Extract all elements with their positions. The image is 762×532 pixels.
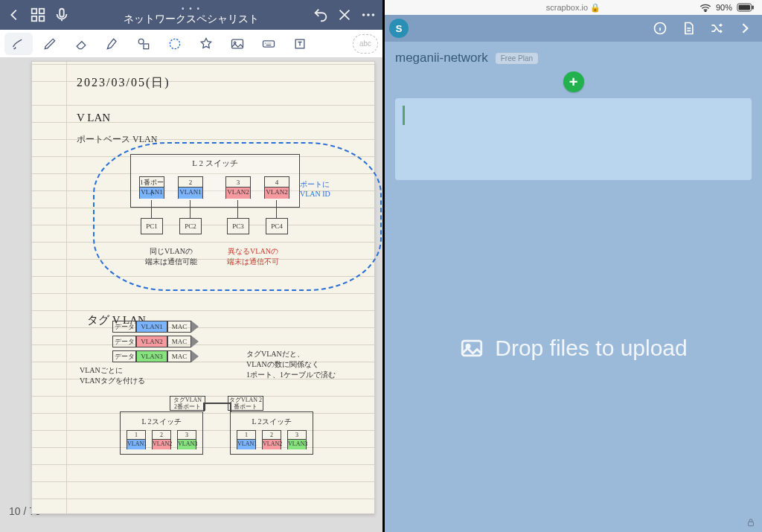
notes-titlebar: • • • ネットワークスペシャリスト [0, 0, 382, 30]
keyboard-tool[interactable] [254, 33, 283, 55]
add-row: + [385, 68, 762, 98]
drop-zone-label: Drop files to upload [495, 336, 688, 361]
pencil-tool[interactable] [36, 33, 64, 55]
switch-left-head: タグVLAN 2番ポート [170, 396, 205, 411]
wifi-icon [699, 3, 711, 12]
switch-right: タグVLAN 2番ポート L 2スイッチ 1VLAN1 2VLAN2 3VLAN… [230, 411, 313, 455]
port-2: 2VLAN1 [178, 176, 203, 199]
title-wrap: • • • ネットワークスペシャリスト [77, 4, 305, 26]
switch-left: タグVLAN 2番ポート L 2スイッチ 1VLAN1 2VLAN2 3VLAN… [120, 411, 203, 455]
pc-3: PC3 [227, 218, 249, 234]
pc-4: PC4 [266, 218, 288, 234]
port-annotation: ポートに VLAN ID [300, 179, 330, 198]
svg-point-21 [467, 344, 470, 347]
lasso-tool[interactable] [161, 33, 189, 55]
plan-badge: Free Plan [496, 53, 538, 64]
diff-vlan-note: 異なるVLANの 端末は通信不可 [227, 246, 279, 267]
battery-label: 90% [716, 3, 732, 12]
port-3: 3VLAN2 [225, 176, 251, 199]
same-vlan-note: 同じVLANの 端末は通信可能 [145, 246, 197, 267]
shuffle-icon[interactable] [704, 17, 729, 39]
note-date: 2023/03/05(日) [77, 75, 358, 91]
svg-point-7 [372, 13, 375, 16]
scrapbox-logo-icon[interactable]: S [389, 19, 409, 38]
page-card[interactable] [395, 98, 752, 180]
svg-rect-18 [752, 5, 754, 9]
svg-rect-13 [263, 40, 275, 46]
ios-statusbar: scrapbox.io 🔒 90% [385, 0, 762, 15]
svg-rect-17 [739, 5, 750, 10]
svg-rect-2 [32, 16, 36, 21]
svg-point-8 [138, 39, 144, 44]
svg-point-10 [170, 39, 179, 48]
info-icon[interactable] [647, 17, 673, 39]
close-icon[interactable] [336, 7, 353, 23]
note-page[interactable]: 2023/03/05(日) V LAN ポートベース VLAN L 2 スイッチ… [31, 61, 375, 514]
notes-toolbar: abc [0, 30, 382, 58]
svg-rect-22 [749, 522, 754, 525]
drag-handle-icon[interactable]: • • • [77, 4, 305, 13]
heading-vlan: V LAN [77, 112, 358, 124]
port-4: 4VLAN2 [264, 176, 289, 199]
image-icon [459, 336, 484, 361]
drop-zone[interactable]: Drop files to upload [385, 180, 762, 516]
svg-rect-1 [39, 9, 44, 13]
pc-2: PC2 [179, 218, 202, 234]
pen-tool-1[interactable] [4, 33, 33, 55]
port-1: 1番ポートVLAN1 [139, 176, 164, 199]
scrapbox-app: scrapbox.io 🔒 90% S meganii-network Free… [385, 0, 762, 532]
grid-icon[interactable] [30, 7, 46, 23]
forward-icon[interactable] [732, 17, 758, 39]
project-name[interactable]: meganii-network [395, 51, 488, 65]
undo-icon[interactable] [313, 7, 329, 23]
shapes-tool[interactable] [129, 33, 158, 55]
svg-point-5 [362, 13, 365, 16]
tag-side-note: VLANごとに VLANタグを付ける [80, 365, 145, 386]
more-icon[interactable] [360, 7, 377, 23]
tag-row-1: データVLAN1MAC [112, 321, 199, 333]
switch-right-label: L 2スイッチ [231, 417, 313, 427]
svg-point-15 [705, 11, 706, 12]
tag-row-2: データVLAN2MAC [112, 336, 199, 347]
image-tool[interactable] [223, 33, 252, 55]
battery-icon [737, 3, 755, 12]
svg-rect-9 [144, 44, 149, 49]
eraser-tool[interactable] [67, 33, 95, 55]
add-page-button[interactable]: + [563, 71, 584, 92]
abc-badge: abc [353, 34, 378, 54]
text-tool[interactable] [286, 33, 314, 55]
document-title: ネットワークスペシャリスト [77, 13, 305, 26]
page-canvas-wrap: 10 / 75 2023/03/05(日) V LAN ポートベース VLAN … [0, 58, 382, 532]
svg-rect-3 [39, 16, 44, 21]
back-icon[interactable] [6, 7, 22, 23]
l2-switch-label: L 2 スイッチ [131, 158, 299, 169]
project-header: meganii-network Free Plan [385, 42, 762, 68]
highlighter-tool[interactable] [98, 33, 127, 55]
pc-1: PC1 [141, 218, 163, 234]
svg-point-6 [367, 13, 370, 16]
document-icon[interactable] [676, 17, 701, 39]
scrapbox-bottombar [385, 516, 762, 532]
tag-right-note: タグVLANだと、 VLANの数に関係なく 1ポート、1ケーブルで済む [246, 349, 336, 380]
svg-rect-0 [32, 9, 36, 13]
lock-icon [746, 517, 756, 531]
tag-row-3: データVLAN3MAC [112, 350, 199, 362]
scrapbox-topbar: S [385, 15, 762, 42]
mic-icon[interactable] [54, 7, 70, 23]
switch-left-label: L 2スイッチ [121, 417, 202, 427]
browser-url: scrapbox.io 🔒 [546, 3, 601, 13]
favorite-tool[interactable] [192, 33, 220, 55]
notes-app: • • • ネットワークスペシャリスト abc 10 / 75 2023/03/… [0, 0, 382, 532]
switch-right-head: タグVLAN 2番ポート [228, 396, 263, 411]
svg-rect-4 [60, 9, 64, 17]
